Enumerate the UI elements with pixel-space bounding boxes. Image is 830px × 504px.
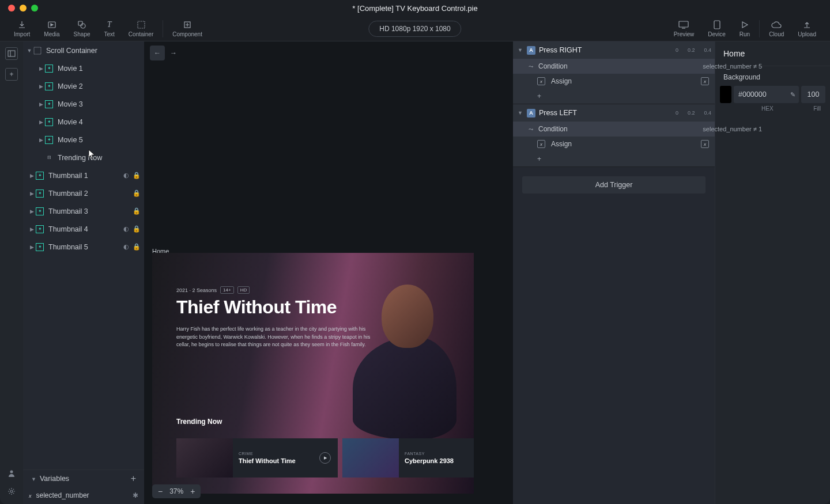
visibility-icon[interactable]: ◐ [123, 172, 129, 179]
text-icon: T [104, 20, 115, 30]
chevron-right-icon: ▶ [28, 226, 36, 232]
user-icon[interactable] [7, 469, 16, 479]
condition-note: selected_number ≠ 1 [703, 126, 762, 132]
play-icon[interactable]: ▶ [319, 452, 331, 464]
add-panel[interactable]: + [5, 68, 18, 81]
tree-item-movie[interactable]: ▶✦Movie 5 [23, 131, 144, 149]
artboard-home[interactable]: 2021 · 2 Seasons 14+ HD Thief Without Ti… [152, 253, 474, 494]
variable-icon: x [537, 140, 545, 148]
trigger-header[interactable]: ▼APress LEFT00.20.4 [513, 104, 715, 122]
add-variable-icon[interactable]: + [131, 473, 136, 484]
card-thumbnail [176, 438, 233, 478]
close-window[interactable] [8, 5, 15, 12]
component-icon: ✦ [45, 65, 53, 73]
shape-icon [77, 20, 87, 30]
component-icon: ✦ [36, 190, 44, 198]
component-icon: ✦ [45, 100, 53, 108]
tree-root-scroll-container[interactable]: ▼ Scroll Container [23, 41, 144, 59]
lock-icon[interactable]: 🔒 [133, 190, 141, 197]
resolution-selector[interactable]: HD 1080p 1920 x 1080 [368, 21, 461, 37]
canvas-area: ← → Home selected_number 2021 · 2 Season… [144, 41, 513, 504]
svg-rect-3 [138, 21, 145, 28]
zoom-value: 37% [169, 487, 183, 495]
card-thief[interactable]: CRIMEThief Without Time ▶ [176, 438, 338, 478]
color-swatch[interactable] [720, 86, 731, 103]
chevron-right-icon: ▶ [28, 244, 36, 250]
tree-item-thumbnail[interactable]: ▶✦Thumbnail 3🔒 [23, 202, 144, 220]
svg-point-2 [81, 24, 85, 28]
preview-button[interactable]: Preview [667, 17, 701, 41]
chevron-right-icon: ▶ [37, 119, 45, 125]
toolbar-left: Import Media Shape TText Container Compo… [7, 17, 209, 41]
chevron-down-icon: ▼ [518, 110, 523, 116]
nav-back-button[interactable]: ← [150, 46, 165, 60]
hierarchy-panel: ▼ Scroll Container ▶✦Movie 1▶✦Movie 2▶✦M… [23, 41, 144, 504]
condition-row[interactable]: ⤳Conditionselected_number ≠ 5 [513, 59, 715, 74]
play-icon [740, 20, 750, 30]
download-icon [17, 20, 27, 30]
add-trigger-button[interactable]: Add Trigger [522, 176, 705, 194]
tree-item-thumbnail[interactable]: ▶✦Thumbnail 2🔒 [23, 184, 144, 202]
component-button[interactable]: Component [165, 17, 209, 41]
container-button[interactable]: Container [122, 17, 160, 41]
component-icon: ✦ [36, 225, 44, 233]
tree-item-movie[interactable]: ▶✦Movie 2 [23, 77, 144, 95]
add-action-row[interactable]: + [513, 151, 715, 166]
zoom-out-button[interactable]: − [158, 487, 163, 495]
tree-item-trending[interactable]: ⊟ Trending Now [23, 149, 144, 166]
settings-icon[interactable] [7, 487, 16, 497]
minimize-window[interactable] [20, 5, 27, 12]
zoom-in-button[interactable]: + [190, 487, 195, 495]
container-icon [136, 20, 146, 30]
add-action-row[interactable]: + [513, 89, 715, 104]
device-button[interactable]: Device [701, 17, 733, 41]
import-button[interactable]: Import [7, 17, 37, 41]
cloud-button[interactable]: Cloud [762, 17, 791, 41]
tree-item-thumbnail[interactable]: ▶✦Thumbnail 5◐🔒 [23, 238, 144, 256]
variables-header[interactable]: ▼Variables + [23, 469, 144, 487]
chevron-down-icon: ▼ [518, 47, 523, 53]
fill-input[interactable]: 100 [801, 86, 825, 103]
card-cyberpunk[interactable]: FANTASYCyberpunk 2938 [342, 438, 474, 478]
tree-item-movie[interactable]: ▶✦Movie 3 [23, 95, 144, 113]
assign-row[interactable]: xAssignx [513, 74, 715, 89]
panel-toggle[interactable] [5, 47, 18, 60]
tree-item-thumbnail[interactable]: ▶✦Thumbnail 1◐🔒 [23, 166, 144, 184]
maximize-window[interactable] [31, 5, 38, 12]
variable-icon: x [29, 491, 32, 499]
lock-icon[interactable]: 🔒 [133, 207, 141, 215]
svg-rect-10 [34, 47, 41, 54]
tree-item-movie[interactable]: ▶✦Movie 1 [23, 59, 144, 77]
window-title: * [Complete] TV Keyboard Control.pie [0, 4, 830, 13]
assign-row[interactable]: xAssignx [513, 137, 715, 151]
visibility-icon[interactable]: ◐ [123, 243, 129, 251]
component-icon [182, 20, 193, 30]
visibility-icon[interactable]: ◐ [123, 225, 129, 233]
shape-button[interactable]: Shape [67, 17, 97, 41]
timeline-ruler: 00.20.4 [676, 110, 711, 116]
lock-icon[interactable]: 🔒 [133, 243, 141, 251]
text-button[interactable]: TText [97, 17, 122, 41]
component-icon: ✦ [36, 172, 44, 180]
timeline-ruler: 00.20.4 [676, 47, 711, 53]
condition-row[interactable]: ⤳Conditionselected_number ≠ 1 [513, 122, 715, 137]
toolbar-right: Preview Device Run Cloud Upload [667, 17, 823, 41]
eyedropper-icon[interactable]: ✎ [790, 91, 795, 98]
tree-item-thumbnail[interactable]: ▶✦Thumbnail 4◐🔒 [23, 220, 144, 238]
toolbar-separator [759, 20, 760, 37]
lock-icon[interactable]: 🔒 [133, 172, 141, 179]
hex-input[interactable]: #000000✎ [734, 86, 799, 103]
trigger-header[interactable]: ▼APress RIGHT00.20.4 [513, 41, 715, 59]
chevron-right-icon: ▶ [28, 191, 36, 196]
media-button[interactable]: Media [37, 17, 66, 41]
lock-icon[interactable]: 🔒 [133, 225, 141, 233]
variable-item[interactable]: x selected_number ✱ [23, 487, 144, 504]
text-icon: ⊟ [45, 154, 53, 162]
upload-button[interactable]: Upload [791, 17, 823, 41]
branch-icon: ⤳ [527, 62, 535, 70]
nav-forward-button[interactable]: → [166, 46, 181, 60]
tree-item-movie[interactable]: ▶✦Movie 4 [23, 113, 144, 131]
run-button[interactable]: Run [733, 17, 757, 41]
svg-rect-7 [8, 51, 15, 56]
bug-icon[interactable]: ✱ [133, 491, 138, 499]
